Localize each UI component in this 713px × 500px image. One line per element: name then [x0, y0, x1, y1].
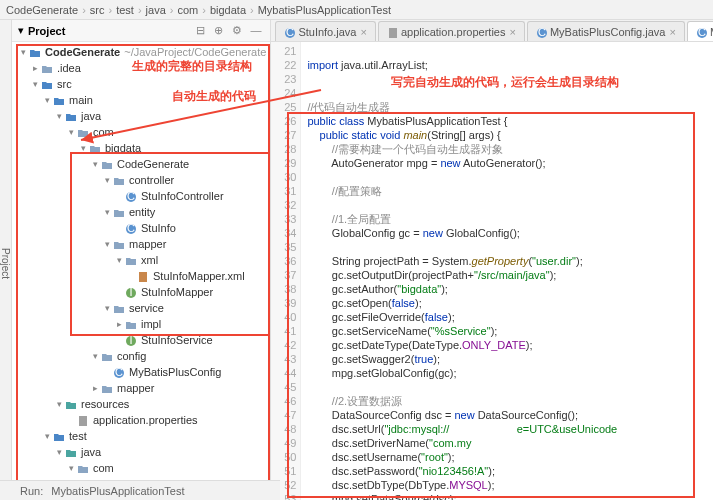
twisty-icon[interactable]: ▾ — [66, 463, 76, 473]
code-line[interactable]: dsc.setUrl("jdbc:mysql:// e=UTC&useUnico… — [307, 422, 713, 436]
tree-row[interactable]: ▾com — [12, 460, 270, 476]
tree-row[interactable]: ▸impl — [12, 316, 270, 332]
tree-row[interactable]: ▾java — [12, 108, 270, 124]
tree-row[interactable]: CMyBatisPlusConfig — [12, 364, 270, 380]
twisty-icon[interactable]: ▾ — [102, 239, 112, 249]
code-line[interactable]: //配置策略 — [307, 184, 713, 198]
code-line[interactable]: mpg.setDataSource(dsc); — [307, 492, 713, 500]
code-line[interactable]: String projectPath = System.getProperty(… — [307, 254, 713, 268]
locate-icon[interactable]: ⊕ — [214, 24, 228, 38]
tree-row[interactable]: ▾resources — [12, 396, 270, 412]
tree-row[interactable]: application.properties — [12, 412, 270, 428]
project-tree[interactable]: ▾CodeGenerate~/JavaProject/CodeGenerate▸… — [12, 42, 270, 500]
tree-row[interactable]: ▾service — [12, 300, 270, 316]
twisty-icon[interactable]: ▾ — [66, 127, 76, 137]
editor-tab[interactable]: CMybatisPlusApplicationTest.java× — [687, 21, 713, 41]
tree-row[interactable]: ▾CodeGenerate — [12, 156, 270, 172]
close-icon[interactable]: × — [509, 26, 515, 38]
code-line[interactable]: gc.setOutputDir(projectPath+"/src/main/j… — [307, 268, 713, 282]
editor-tab[interactable]: CStuInfo.java× — [275, 21, 376, 41]
code-line[interactable]: gc.setOpen(false); — [307, 296, 713, 310]
tree-row[interactable]: ▾config — [12, 348, 270, 364]
bc-4[interactable]: com — [177, 4, 198, 16]
twisty-icon[interactable]: ▾ — [54, 111, 64, 121]
tree-row[interactable]: IStuInfoMapper — [12, 284, 270, 300]
twisty-icon[interactable]: ▾ — [18, 47, 28, 57]
run-tab[interactable]: MybatisPlusApplicationTest — [51, 485, 184, 497]
code-line[interactable]: //2.设置数据源 — [307, 394, 713, 408]
code-line[interactable]: dsc.setDriverName("com.my — [307, 436, 713, 450]
bc-3[interactable]: java — [146, 4, 166, 16]
code-line[interactable]: gc.setSwagger2(true); — [307, 352, 713, 366]
project-tool-tab[interactable]: Project — [0, 20, 12, 500]
code-line[interactable]: dsc.setUsername("root"); — [307, 450, 713, 464]
code-line[interactable] — [307, 44, 713, 58]
code-line[interactable]: mpg.setGlobalConfig(gc); — [307, 366, 713, 380]
tree-row[interactable]: ▾main — [12, 92, 270, 108]
twisty-icon[interactable]: ▾ — [54, 447, 64, 457]
hide-icon[interactable]: — — [250, 24, 264, 38]
editor-tab[interactable]: CMyBatisPlusConfig.java× — [527, 21, 685, 41]
tree-row[interactable]: ▾test — [12, 428, 270, 444]
twisty-icon[interactable]: ▸ — [30, 63, 40, 73]
bc-1[interactable]: src — [90, 4, 105, 16]
code-line[interactable]: gc.setFileOverride(false); — [307, 310, 713, 324]
bc-6[interactable]: MybatisPlusApplicationTest — [258, 4, 391, 16]
tree-row[interactable]: ▾com — [12, 124, 270, 140]
code-line[interactable]: AutoGenerator mpg = new AutoGenerator(); — [307, 156, 713, 170]
code-line[interactable] — [307, 198, 713, 212]
bc-5[interactable]: bigdata — [210, 4, 246, 16]
tree-row[interactable]: ▾mapper — [12, 236, 270, 252]
editor-tab[interactable]: application.properties× — [378, 21, 525, 41]
collapse-icon[interactable]: ⊟ — [196, 24, 210, 38]
twisty-icon[interactable]: ▸ — [90, 383, 100, 393]
code-line[interactable]: gc.setServiceName("%sService"); — [307, 324, 713, 338]
tree-row[interactable]: ▾CodeGenerate~/JavaProject/CodeGenerate — [12, 44, 270, 60]
tree-row[interactable]: ▾src — [12, 76, 270, 92]
code-line[interactable]: //1.全局配置 — [307, 212, 713, 226]
close-icon[interactable]: × — [360, 26, 366, 38]
tree-row[interactable]: IStuInfoService — [12, 332, 270, 348]
tree-row[interactable]: ▾xml — [12, 252, 270, 268]
tree-row[interactable]: CStuInfoController — [12, 188, 270, 204]
code-editor[interactable]: import java.util.ArrayList; //代码自动生成器pub… — [301, 42, 713, 500]
code-line[interactable] — [307, 240, 713, 254]
tree-row[interactable]: ▾controller — [12, 172, 270, 188]
code-line[interactable]: gc.setAuthor("bigdata"); — [307, 282, 713, 296]
twisty-icon[interactable]: ▾ — [42, 95, 52, 105]
twisty-icon[interactable]: ▾ — [42, 431, 52, 441]
close-icon[interactable]: × — [669, 26, 675, 38]
code-line[interactable]: import java.util.ArrayList; — [307, 58, 713, 72]
code-line[interactable]: //代码自动生成器 — [307, 100, 713, 114]
code-line[interactable] — [307, 72, 713, 86]
tree-row[interactable]: CStuInfo — [12, 220, 270, 236]
tree-row[interactable]: StuInfoMapper.xml — [12, 268, 270, 284]
twisty-icon[interactable]: ▾ — [78, 143, 88, 153]
twisty-icon[interactable]: ▾ — [30, 79, 40, 89]
run-label[interactable]: Run: — [20, 485, 43, 497]
code-line[interactable]: public static void main(String[] args) { — [307, 128, 713, 142]
twisty-icon[interactable]: ▾ — [54, 399, 64, 409]
twisty-icon[interactable]: ▾ — [90, 351, 100, 361]
project-dropdown-icon[interactable]: ▾ — [18, 24, 24, 37]
twisty-icon[interactable]: ▾ — [90, 159, 100, 169]
twisty-icon[interactable]: ▾ — [102, 175, 112, 185]
code-line[interactable]: gc.setDateType(DateType.ONLY_DATE); — [307, 338, 713, 352]
code-line[interactable] — [307, 86, 713, 100]
code-line[interactable]: dsc.setDbType(DbType.MYSQL); — [307, 478, 713, 492]
code-line[interactable]: GlobalConfig gc = new GlobalConfig(); — [307, 226, 713, 240]
twisty-icon[interactable]: ▾ — [102, 207, 112, 217]
tree-row[interactable]: ▾bigdata — [12, 140, 270, 156]
bc-0[interactable]: CodeGenerate — [6, 4, 78, 16]
tree-row[interactable]: ▸.idea — [12, 60, 270, 76]
twisty-icon[interactable]: ▾ — [114, 255, 124, 265]
bc-2[interactable]: test — [116, 4, 134, 16]
tree-row[interactable]: ▾entity — [12, 204, 270, 220]
tree-row[interactable]: ▾java — [12, 444, 270, 460]
code-line[interactable]: DataSourceConfig dsc = new DataSourceCon… — [307, 408, 713, 422]
code-line[interactable]: //需要构建一个代码自动生成器对象 — [307, 142, 713, 156]
twisty-icon[interactable]: ▸ — [114, 319, 124, 329]
code-line[interactable] — [307, 170, 713, 184]
tree-row[interactable]: ▸mapper — [12, 380, 270, 396]
settings-icon[interactable]: ⚙ — [232, 24, 246, 38]
